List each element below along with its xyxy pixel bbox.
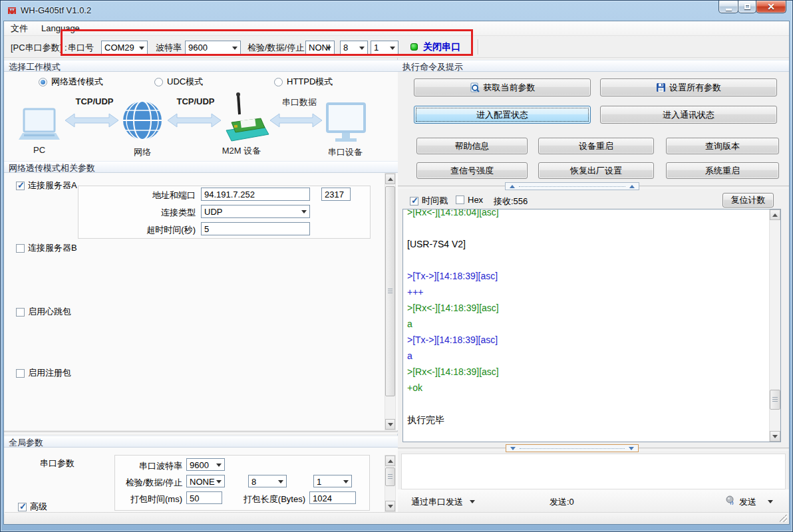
query-version-button[interactable]: 查询版本 bbox=[666, 138, 779, 154]
pack-time-label: 打包时间(ms) bbox=[130, 493, 182, 505]
serial-params-group: 串口波特率 9600 检验/数据/停止 NONE 8 1 打包时间(ms) 50… bbox=[114, 455, 370, 511]
checkbox-advanced[interactable]: 高级 bbox=[18, 501, 47, 513]
factory-reset-button[interactable]: 恢复出厂设置 bbox=[538, 162, 654, 179]
chevron-down-icon[interactable] bbox=[768, 500, 773, 503]
send-button[interactable]: 发送 bbox=[739, 496, 756, 508]
reset-counter-button[interactable]: 复位计数 bbox=[722, 193, 774, 207]
chevron-down-icon bbox=[301, 210, 307, 213]
send-input-area[interactable] bbox=[401, 454, 786, 489]
scroll-up-icon[interactable] bbox=[385, 456, 395, 466]
checkbox-register-packet[interactable]: 启用注册包 bbox=[16, 367, 71, 379]
server-a-address-input[interactable]: 94.191.7.252 bbox=[201, 188, 310, 201]
pack-time-input[interactable]: 50 bbox=[186, 491, 222, 504]
radio-icon bbox=[154, 78, 163, 86]
serial-pds-label: 检验/数据/停止 bbox=[126, 477, 182, 489]
log-line: >[Tx->][14:18:39][asc] bbox=[407, 332, 767, 348]
settings-panel: 选择工作模式 网络透传模式 UDC模式 HTTPD模式 bbox=[4, 21, 398, 524]
resize-grip[interactable] bbox=[779, 514, 787, 522]
device-reboot-button[interactable]: 设备重启 bbox=[538, 138, 654, 154]
server-a-port-input[interactable]: 2317 bbox=[321, 188, 351, 201]
left-splitter[interactable] bbox=[4, 431, 398, 434]
conn-type-select[interactable]: UDP bbox=[201, 205, 310, 218]
checkbox-server-a[interactable]: 连接服务器A bbox=[16, 180, 77, 192]
serial-group-label: 串口参数 bbox=[40, 458, 75, 469]
log-line bbox=[407, 252, 767, 268]
minimize-button[interactable] bbox=[718, 1, 738, 13]
chevron-down-icon bbox=[343, 480, 349, 483]
scroll-up-icon[interactable] bbox=[770, 209, 780, 220]
log-splitter-handle[interactable] bbox=[505, 182, 639, 190]
system-reboot-button[interactable]: 系统重启 bbox=[666, 162, 779, 179]
arrow-icon bbox=[168, 114, 221, 127]
log-lines: >[Rx<-][14:18:04][asc] [USR-7S4 V2] >[Tx… bbox=[407, 209, 767, 442]
checkbox-hex[interactable]: Hex bbox=[456, 195, 483, 205]
enter-comm-button[interactable]: 进入通讯状态 bbox=[600, 106, 777, 124]
radio-icon bbox=[274, 78, 283, 86]
log-output[interactable]: >[Rx<-][14:18:04][asc] [USR-7S4 V2] >[Tx… bbox=[402, 209, 781, 442]
sent-count-label: 发送:0 bbox=[550, 496, 574, 508]
log-line: a bbox=[407, 348, 767, 364]
checkbox-icon bbox=[410, 197, 418, 205]
network-globe-icon bbox=[123, 101, 162, 140]
log-line bbox=[407, 396, 767, 412]
chevron-down-icon[interactable] bbox=[470, 500, 475, 503]
checkbox-icon bbox=[16, 244, 25, 253]
checkbox-server-b[interactable]: 连接服务器B bbox=[16, 242, 77, 254]
pack-length-input[interactable]: 1024 bbox=[309, 491, 356, 504]
log-line: +++ bbox=[407, 284, 767, 300]
serial-stopbits-select[interactable]: 1 bbox=[313, 475, 352, 487]
chevron-down-icon bbox=[216, 480, 222, 483]
serial-device-icon bbox=[327, 104, 365, 142]
radio-httpd-mode[interactable]: HTTPD模式 bbox=[274, 76, 333, 88]
timeout-label: 超时时间(秒) bbox=[146, 224, 196, 236]
window-title: WH-G405tf V1.0.2 bbox=[21, 5, 91, 15]
query-signal-button[interactable]: 查信号强度 bbox=[416, 162, 528, 179]
checkbox-icon bbox=[18, 503, 27, 511]
timeout-input[interactable]: 5 bbox=[201, 222, 310, 235]
serial-parity-select[interactable]: NONE bbox=[186, 475, 225, 487]
log-scrollbar[interactable] bbox=[769, 209, 780, 442]
commands-header: 执行命令及提示 bbox=[398, 60, 790, 72]
serial-baud-select[interactable]: 9600 bbox=[186, 458, 225, 471]
titlebar[interactable]: WH-G405tf V1.0.2 ✕ bbox=[1, 1, 792, 21]
link-label-tcp-udp-1: TCP/UDP bbox=[71, 96, 118, 106]
checkbox-icon bbox=[16, 182, 25, 190]
get-params-button[interactable]: 获取当前参数 bbox=[414, 78, 591, 96]
maximize-button[interactable] bbox=[738, 1, 756, 13]
send-sound-icon bbox=[725, 495, 736, 505]
scrollbar-thumb[interactable] bbox=[385, 467, 395, 486]
arrow-icon bbox=[65, 114, 118, 127]
checkbox-timestamp[interactable]: 时间戳 bbox=[410, 195, 448, 207]
close-button[interactable]: ✕ bbox=[756, 1, 786, 13]
enter-config-button[interactable]: 进入配置状态 bbox=[414, 106, 591, 124]
checkbox-icon bbox=[456, 196, 464, 204]
checkbox-heartbeat[interactable]: 启用心跳包 bbox=[16, 306, 71, 318]
scrollbar-thumb[interactable] bbox=[385, 186, 395, 396]
help-button[interactable]: 帮助信息 bbox=[416, 138, 528, 154]
log-line: >[Tx->][14:18:39][asc] bbox=[407, 268, 767, 284]
global-params-scrollbar[interactable] bbox=[385, 455, 396, 512]
net-params-scrollbar[interactable] bbox=[385, 173, 396, 430]
send-via-serial-select[interactable]: 通过串口发送 bbox=[411, 496, 463, 508]
radio-net-transparent-mode[interactable]: 网络透传模式 bbox=[39, 76, 103, 88]
serial-databits-select[interactable]: 8 bbox=[248, 475, 287, 487]
set-params-button[interactable]: 设置所有参数 bbox=[600, 78, 777, 96]
scroll-up-icon[interactable] bbox=[385, 174, 395, 184]
recv-count-label: 接收:556 bbox=[494, 196, 528, 207]
link-label-tcp-udp-2: TCP/UDP bbox=[172, 96, 220, 106]
server-a-group: 地址和端口 94.191.7.252 2317 连接类型 UDP 超时时间(秒)… bbox=[78, 186, 371, 239]
radio-udc-mode[interactable]: UDC模式 bbox=[154, 76, 203, 88]
scrollbar-thumb[interactable] bbox=[770, 390, 780, 410]
scroll-down-icon[interactable] bbox=[770, 431, 780, 442]
log-line: >[Rx<-][14:18:39][asc] bbox=[407, 364, 767, 380]
node-label-m2m: M2M 设备 bbox=[218, 145, 265, 157]
collapse-up-icon bbox=[629, 185, 635, 188]
log-line: >[Rx<-][14:18:39][asc] bbox=[407, 300, 767, 316]
net-params-header: 网络透传模式相关参数 bbox=[4, 161, 398, 173]
statusbar bbox=[5, 512, 788, 523]
scroll-down-icon[interactable] bbox=[385, 501, 395, 511]
app-icon bbox=[7, 5, 17, 16]
scroll-down-icon[interactable] bbox=[385, 419, 395, 430]
log-line: 执行完毕 bbox=[407, 412, 767, 428]
send-splitter-handle[interactable] bbox=[506, 444, 639, 452]
